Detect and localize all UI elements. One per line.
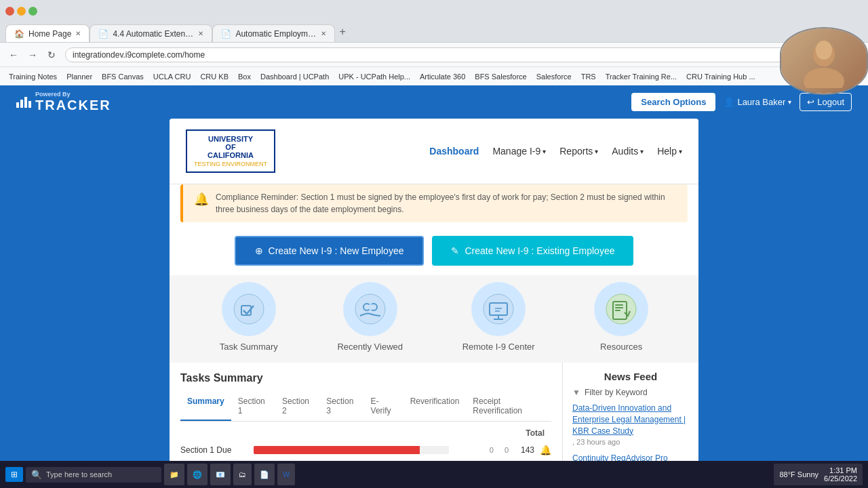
uc-testing-env: TESTING ENVIRONMENT xyxy=(194,161,267,167)
logout-button[interactable]: ↩ Logout xyxy=(800,93,852,111)
powered-by-label: Powered By xyxy=(35,91,111,98)
section1-bell-icon: 🔔 xyxy=(540,445,551,455)
bookmark-planner[interactable]: Planner xyxy=(63,71,96,82)
section1-numbers: 0 0 xyxy=(454,446,509,454)
user-icon: 👤 xyxy=(724,97,734,107)
tab-summary[interactable]: Summary xyxy=(180,392,231,421)
bookmark-tracker-training[interactable]: Tracker Training Re... xyxy=(602,71,680,82)
task-tabs: Summary Section 1 Section 2 Section 3 E-… xyxy=(180,392,551,422)
svg-point-18 xyxy=(804,68,844,88)
main-nav: Dashboard Manage I-9 ▾ Reports ▾ Audits … xyxy=(429,146,682,157)
taskbar-mail[interactable]: 📧 xyxy=(210,464,231,485)
bookmark-salesforce[interactable]: Salesforce xyxy=(533,71,575,82)
taskbar-pdf[interactable]: 📄 xyxy=(254,464,275,485)
taskbar-file-explorer[interactable]: 📁 xyxy=(164,464,184,485)
nav-help[interactable]: Help ▾ xyxy=(657,146,682,157)
tab-3-close[interactable]: ✕ xyxy=(321,30,326,37)
quick-remote-i9[interactable]: Remote I-9 Center xyxy=(462,282,535,352)
title-bar-left xyxy=(5,7,37,16)
minimize-window-btn[interactable] xyxy=(17,7,26,16)
nav-manage-i9[interactable]: Manage I-9 ▾ xyxy=(492,146,546,157)
weather-label: 88°F Sunny xyxy=(779,470,818,479)
bookmark-cru-kb[interactable]: CRU KB xyxy=(197,71,232,82)
col-total-label: Total xyxy=(526,428,545,438)
bar4 xyxy=(28,101,31,108)
top-nav-right: Search Options 👤 Laura Baker ▾ ↩ Logout xyxy=(631,93,852,111)
header-section: UNIVERSITY OF CALIFORNIA TESTING ENVIRON… xyxy=(170,119,698,184)
new-employee-plus-icon: ⊕ xyxy=(255,245,263,256)
table-header: Total xyxy=(180,428,551,438)
tab-home-close[interactable]: ✕ xyxy=(75,30,81,37)
recently-viewed-icon xyxy=(343,282,397,336)
svg-rect-15 xyxy=(615,307,623,308)
quick-access-section: Task Summary Recently Viewed Remote I-9 … xyxy=(170,275,698,363)
taskbar-files[interactable]: 🗂 xyxy=(233,464,252,485)
search-bar[interactable]: 🔍 Type here to search xyxy=(26,467,161,483)
user-menu[interactable]: 👤 Laura Baker ▾ xyxy=(724,97,791,107)
search-taskbar-placeholder: Type here to search xyxy=(46,470,112,479)
tab-receipt-reverification[interactable]: Receipt Reverification xyxy=(466,392,551,421)
task-row-section1: Section 1 Due 0 0 143 🔔 xyxy=(180,441,551,460)
tab-reverification[interactable]: Reverification xyxy=(403,392,467,421)
bookmark-articulate[interactable]: Articulate 360 xyxy=(416,71,469,82)
audits-dropdown-icon: ▾ xyxy=(640,148,644,155)
quick-resources[interactable]: Resources xyxy=(594,282,648,352)
reports-dropdown-icon: ▾ xyxy=(595,148,598,155)
tabs-bar: 🏠 Home Page ✕ 📄 4.4 Automatic Extensions… xyxy=(0,22,868,42)
alert-icon: 🔔 xyxy=(194,192,209,207)
close-window-btn[interactable] xyxy=(5,7,14,16)
tracker-logo: Powered By TRACKER xyxy=(16,91,111,113)
nav-dashboard[interactable]: Dashboard xyxy=(429,146,479,157)
tab-section3[interactable]: Section 3 xyxy=(319,392,363,421)
url-input[interactable] xyxy=(65,47,797,62)
svg-point-0 xyxy=(234,294,264,324)
tab-section2[interactable]: Section 2 xyxy=(275,392,319,421)
quick-recently-viewed[interactable]: Recently Viewed xyxy=(337,282,403,352)
taskbar-browser[interactable]: 🌐 xyxy=(187,464,208,485)
tab-home[interactable]: 🏠 Home Page ✕ xyxy=(5,24,90,42)
tab-3-label: Automatic Employment Author... xyxy=(235,29,317,39)
search-options-button[interactable]: Search Options xyxy=(631,93,715,111)
bookmark-trs[interactable]: TRS xyxy=(578,71,599,82)
tab-3[interactable]: 📄 Automatic Employment Author... ✕ xyxy=(212,24,335,42)
maximize-window-btn[interactable] xyxy=(28,7,37,16)
taskbar-word[interactable]: W xyxy=(277,464,295,485)
video-overlay xyxy=(780,27,868,95)
app-container: Powered By TRACKER Search Options 👤 Laur… xyxy=(0,85,868,488)
s1-n3: 0 xyxy=(505,446,509,454)
nav-reports[interactable]: Reports ▾ xyxy=(559,146,598,157)
bookmark-bfs-salesforce[interactable]: BFS Salesforce xyxy=(471,71,530,82)
app-name-label: TRACKER xyxy=(35,98,111,113)
bar2 xyxy=(20,100,23,108)
tab-2[interactable]: 📄 4.4 Automatic Extensions of Em... ✕ xyxy=(90,24,212,42)
tab-home-favicon: 🏠 xyxy=(14,29,24,39)
new-tab-button[interactable]: + xyxy=(335,26,349,38)
nav-audits[interactable]: Audits ▾ xyxy=(612,146,644,157)
user-name-label: Laura Baker xyxy=(737,97,785,107)
existing-employee-edit-icon: ✎ xyxy=(451,245,459,256)
reload-button[interactable]: ↻ xyxy=(43,47,60,63)
bookmark-box[interactable]: Box xyxy=(235,71,254,82)
create-existing-employee-button[interactable]: ✎ Create New I-9 : Existing Employee xyxy=(432,236,633,266)
create-buttons-section: ⊕ Create New I-9 : New Employee ✎ Create… xyxy=(170,229,698,275)
bar3 xyxy=(24,97,27,108)
back-button[interactable]: ← xyxy=(5,47,22,63)
news-link-1[interactable]: Data-Driven Innovation and Enterprise Le… xyxy=(572,403,689,436)
taskbar-time: 1:31 PM xyxy=(824,466,857,474)
bookmark-training-notes[interactable]: Training Notes xyxy=(5,71,60,82)
tab-2-close[interactable]: ✕ xyxy=(198,30,203,37)
quick-task-summary[interactable]: Task Summary xyxy=(220,282,278,352)
section1-bar-red xyxy=(254,446,420,454)
bookmark-dashboard-ucpath[interactable]: Dashboard | UCPath xyxy=(257,71,332,82)
tab-2-label: 4.4 Automatic Extensions of Em... xyxy=(113,29,194,39)
bookmark-cru-training[interactable]: CRU Training Hub ... xyxy=(683,71,758,82)
start-button[interactable]: ⊞ xyxy=(5,467,23,482)
forward-button[interactable]: → xyxy=(24,47,41,63)
tab-everify[interactable]: E-Verify xyxy=(364,392,403,421)
create-new-employee-button[interactable]: ⊕ Create New I-9 : New Employee xyxy=(235,236,425,266)
bookmark-bfs-canvas[interactable]: BFS Canvas xyxy=(98,71,147,82)
section1-label: Section 1 Due xyxy=(180,445,248,455)
tab-section1[interactable]: Section 1 xyxy=(231,392,275,421)
bookmark-ucla-cru[interactable]: UCLA CRU xyxy=(150,71,195,82)
bookmark-upk[interactable]: UPK - UCPath Help... xyxy=(335,71,414,82)
